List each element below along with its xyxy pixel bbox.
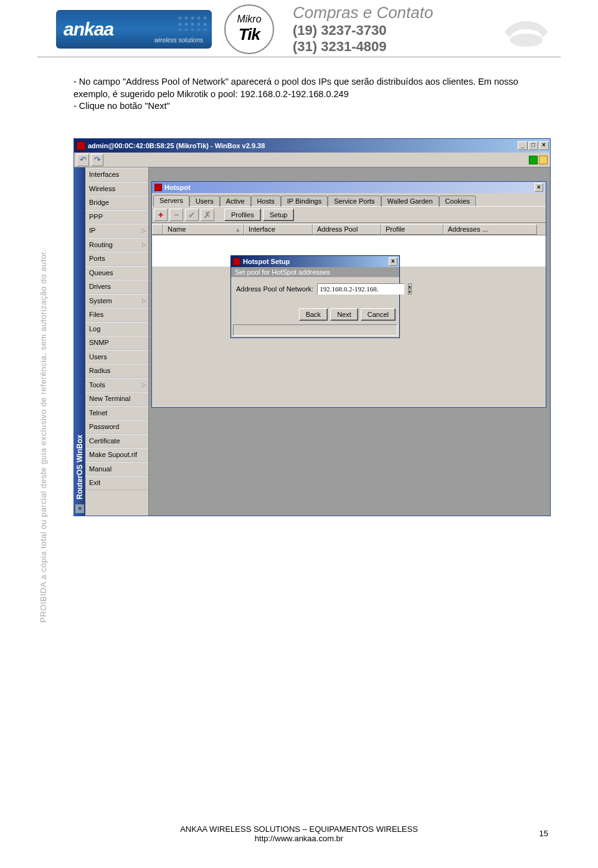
sidebar-item-manual[interactable]: Manual — [85, 462, 148, 476]
header-rule — [37, 57, 561, 57]
sidebar-item-certificate[interactable]: Certificate — [85, 434, 148, 448]
hotspot-toolbar: + − ✓ ✗ Profiles Setup — [152, 207, 546, 223]
sidebar-item-system[interactable]: System▷ — [85, 294, 148, 308]
page-number: 15 — [539, 829, 548, 838]
sidebar-item-tools[interactable]: Tools▷ — [85, 378, 148, 392]
tab-service-ports[interactable]: Service Ports — [328, 196, 381, 207]
sidebar-item-files[interactable]: Files — [85, 308, 148, 322]
hotspot-setup-subtitle: Set pool for HotSpot addresses — [231, 267, 399, 277]
sidebar-item-make-supout-rif[interactable]: Make Supout.rif — [85, 448, 148, 462]
sidebar-item-new-terminal[interactable]: New Terminal — [85, 392, 148, 406]
footer-line-2: http://www.ankaa.com.br — [0, 834, 598, 843]
hotspot-window: Hotspot × ServersUsersActiveHostsIP Bind… — [151, 181, 546, 408]
sidebar-item-radius[interactable]: Radius — [85, 364, 148, 378]
hotspot-setup-dialog: Hotspot Setup × Set pool for HotSpot add… — [230, 255, 400, 338]
tab-cookies[interactable]: Cookies — [439, 196, 477, 207]
sidebar-item-snmp[interactable]: SNMP — [85, 336, 148, 350]
routeros-vertical-tab[interactable]: × RouterOS WinBox — [74, 167, 85, 516]
submenu-arrow-icon: ▷ — [142, 382, 146, 388]
close-button[interactable]: × — [539, 141, 549, 150]
tab-users[interactable]: Users — [189, 196, 220, 207]
ankaa-logo-text: ankaa — [64, 19, 113, 40]
vertical-tab-label: RouterOS WinBox — [75, 435, 84, 499]
hotspot-setup-title: Hotspot Setup — [243, 258, 290, 265]
hotspot-setup-statusbar — [233, 324, 397, 336]
winbox-title: admin@00:0C:42:0B:58:25 (MikroTik) - Win… — [88, 142, 265, 149]
copyright-side-note: PROIBIDA a cópia total ou parcial deste … — [39, 87, 49, 623]
mikrotik-top: Mikro — [237, 14, 261, 25]
remove-button[interactable]: − — [169, 209, 183, 221]
status-green-indicator — [529, 156, 538, 164]
sidebar-item-drivers[interactable]: Drivers — [85, 280, 148, 294]
setup-button[interactable]: Setup — [263, 209, 295, 221]
sidebar-item-log[interactable]: Log — [85, 322, 148, 336]
page-header: ankaa wireless solutions Mikro Tik Compr… — [0, 0, 598, 53]
column-header-address-pool[interactable]: Address Pool — [313, 224, 381, 235]
body-text: - No campo "Address Pool of Network" apa… — [74, 76, 541, 113]
minimize-button[interactable]: _ — [518, 141, 528, 150]
ankaa-logo: ankaa wireless solutions — [56, 10, 212, 49]
submenu-arrow-icon: ▷ — [142, 242, 146, 248]
enable-button[interactable]: ✓ — [185, 209, 199, 221]
sidebar-item-queues[interactable]: Queues — [85, 266, 148, 280]
address-pool-input[interactable] — [317, 283, 404, 295]
column-header-name[interactable]: Name ▴ — [163, 224, 244, 235]
hotspot-setup-icon — [233, 258, 240, 265]
undo-button[interactable]: ↶ — [77, 154, 89, 166]
sidebar-item-interfaces[interactable]: Interfaces — [85, 167, 148, 182]
column-header-interface[interactable]: Interface — [244, 224, 313, 235]
hotspot-title: Hotspot — [164, 184, 191, 191]
body-paragraph-2: - Clique no botão "Next" — [74, 100, 541, 113]
hotspot-tabs: ServersUsersActiveHostsIP BindingsServic… — [152, 193, 546, 207]
page-footer: ANKAA WIRELESS SOLUTIONS – EQUIPAMENTOS … — [0, 824, 598, 843]
sidebar-item-password[interactable]: Password — [85, 420, 148, 434]
phone-icon — [498, 7, 554, 51]
body-paragraph-1: - No campo "Address Pool of Network" apa… — [74, 76, 541, 100]
hotspot-setup-close-button[interactable]: × — [389, 257, 397, 266]
hotspot-close-button[interactable]: × — [534, 183, 543, 192]
sidebar-item-ppp[interactable]: PPP — [85, 210, 148, 224]
submenu-arrow-icon: ▷ — [142, 227, 146, 234]
next-button[interactable]: Next — [330, 308, 358, 321]
sidebar-menu: InterfacesWirelessBridgePPPIP▷Routing▷Po… — [85, 167, 149, 516]
sidebar-item-telnet[interactable]: Telnet — [85, 406, 148, 420]
hotspot-window-icon — [154, 184, 162, 191]
contact-block: Compras e Contato (19) 3237-3730 (31) 32… — [293, 3, 486, 55]
address-pool-label: Address Pool of Network: — [236, 285, 313, 293]
lock-icon — [539, 156, 548, 164]
contact-phone-2: (31) 3231-4809 — [293, 39, 486, 55]
winbox-app-icon — [77, 141, 85, 150]
tab-walled-garden[interactable]: Walled Garden — [381, 196, 439, 207]
cancel-button[interactable]: Cancel — [361, 308, 396, 321]
sidebar-item-routing[interactable]: Routing▷ — [85, 238, 148, 252]
disable-button[interactable]: ✗ — [201, 209, 214, 221]
footer-line-1: ANKAA WIRELESS SOLUTIONS – EQUIPAMENTOS … — [0, 824, 598, 834]
mikrotik-bottom: Tik — [239, 25, 260, 44]
redo-button[interactable]: ↷ — [91, 154, 103, 166]
sidebar-item-ports[interactable]: Ports — [85, 252, 148, 266]
maximize-button[interactable]: □ — [528, 141, 538, 150]
column-header-profile[interactable]: Profile — [381, 224, 444, 235]
tab-ip-bindings[interactable]: IP Bindings — [281, 196, 328, 207]
svg-point-0 — [510, 34, 543, 47]
tab-hosts[interactable]: Hosts — [251, 196, 281, 207]
sidebar-item-users[interactable]: Users — [85, 350, 148, 364]
contact-title: Compras e Contato — [293, 3, 486, 22]
column-header-addresses-[interactable]: Addresses ... — [444, 224, 537, 235]
sidebar-item-wireless[interactable]: Wireless — [85, 182, 148, 196]
hotspot-titlebar: Hotspot × — [152, 182, 546, 193]
sidebar-item-exit[interactable]: Exit — [85, 476, 148, 490]
profiles-button[interactable]: Profiles — [224, 209, 261, 221]
mikrotik-logo: Mikro Tik — [224, 4, 274, 54]
hotspot-setup-titlebar: Hotspot Setup × — [231, 256, 399, 267]
hotspot-list-header: Name ▴InterfaceAddress PoolProfileAddres… — [152, 224, 546, 235]
winbox-titlebar: admin@00:0C:42:0B:58:25 (MikroTik) - Win… — [74, 139, 550, 153]
sidebar-item-bridge[interactable]: Bridge — [85, 196, 148, 210]
back-button[interactable]: Back — [299, 308, 328, 321]
vertical-tab-close-icon[interactable]: × — [75, 504, 84, 513]
tab-servers[interactable]: Servers — [153, 195, 189, 207]
address-pool-spinner[interactable]: ▴▾ — [408, 283, 412, 295]
tab-active[interactable]: Active — [220, 196, 251, 207]
sidebar-item-ip[interactable]: IP▷ — [85, 224, 148, 238]
add-button[interactable]: + — [154, 209, 168, 221]
